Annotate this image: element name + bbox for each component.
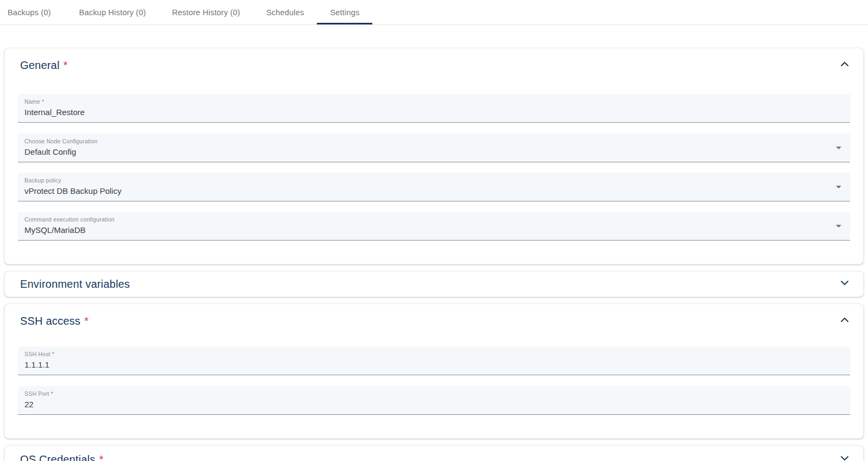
node-configuration-value: Default Config bbox=[24, 147, 827, 157]
command-execution-label: Command execution configuration bbox=[24, 216, 844, 223]
dropdown-arrow-icon[interactable] bbox=[836, 225, 841, 228]
section-ssh-access: SSH access* SSH Host * SSH Port * bbox=[4, 304, 864, 439]
ssh-port-input[interactable] bbox=[24, 399, 827, 410]
ssh-port-label: SSH Port * bbox=[24, 390, 844, 397]
tab-schedules[interactable]: Schedules bbox=[253, 0, 317, 24]
name-input[interactable] bbox=[24, 107, 827, 118]
section-environment-variables: Environment variables bbox=[4, 271, 864, 297]
section-environment-variables-header[interactable]: Environment variables bbox=[5, 271, 863, 296]
section-general-body: Name * Choose Node Configuration Default… bbox=[5, 82, 863, 264]
required-asterisk: * bbox=[99, 453, 103, 461]
section-ssh-access-header[interactable]: SSH access* bbox=[5, 304, 863, 338]
chevron-up-icon[interactable] bbox=[838, 313, 851, 329]
settings-page: Backups (0) Backup History (0) Restore H… bbox=[0, 0, 868, 461]
section-general-header[interactable]: General* bbox=[5, 48, 863, 82]
tab-bar: Backups (0) Backup History (0) Restore H… bbox=[0, 0, 868, 25]
settings-content: General* Name * Choose Node Configuratio… bbox=[0, 48, 868, 461]
required-asterisk: * bbox=[64, 59, 68, 71]
section-environment-variables-title-text: Environment variables bbox=[20, 278, 130, 290]
tab-backup-history[interactable]: Backup History (0) bbox=[66, 0, 159, 24]
section-os-credentials-header[interactable]: OS Credentials* bbox=[5, 446, 863, 461]
tab-backups[interactable]: Backups (0) bbox=[0, 0, 66, 24]
tab-settings[interactable]: Settings bbox=[317, 0, 372, 24]
section-ssh-access-body: SSH Host * SSH Port * bbox=[5, 338, 863, 438]
name-field-label: Name * bbox=[24, 98, 844, 105]
ssh-port-field[interactable]: SSH Port * bbox=[18, 386, 850, 415]
command-execution-select[interactable]: Command execution configuration MySQL/Ma… bbox=[18, 212, 850, 241]
section-ssh-access-title-text: SSH access bbox=[20, 315, 80, 327]
backup-policy-value: vProtect DB Backup Policy bbox=[24, 186, 827, 197]
section-general-title: General* bbox=[20, 59, 68, 72]
section-general: General* Name * Choose Node Configuratio… bbox=[4, 48, 864, 264]
section-ssh-access-title: SSH access* bbox=[20, 315, 89, 327]
chevron-up-icon[interactable] bbox=[838, 58, 851, 73]
dropdown-arrow-icon[interactable] bbox=[836, 147, 841, 149]
chevron-down-icon[interactable] bbox=[838, 452, 851, 461]
ssh-host-label: SSH Host * bbox=[24, 351, 844, 358]
backup-policy-label: Backup policy bbox=[24, 177, 844, 184]
name-field[interactable]: Name * bbox=[18, 94, 850, 123]
command-execution-value: MySQL/MariaDB bbox=[24, 225, 827, 236]
section-os-credentials: OS Credentials* bbox=[4, 445, 864, 461]
section-environment-variables-title: Environment variables bbox=[20, 278, 130, 291]
section-general-title-text: General bbox=[20, 59, 60, 71]
ssh-host-field[interactable]: SSH Host * bbox=[18, 346, 850, 375]
backup-policy-select[interactable]: Backup policy vProtect DB Backup Policy bbox=[18, 173, 850, 201]
node-configuration-label: Choose Node Configuration bbox=[24, 138, 844, 145]
required-asterisk: * bbox=[84, 315, 89, 327]
section-os-credentials-title: OS Credentials* bbox=[20, 453, 103, 461]
node-configuration-select[interactable]: Choose Node Configuration Default Config bbox=[18, 134, 850, 162]
section-os-credentials-title-text: OS Credentials bbox=[20, 453, 95, 461]
chevron-down-icon[interactable] bbox=[838, 276, 851, 292]
tab-restore-history[interactable]: Restore History (0) bbox=[159, 0, 253, 24]
ssh-host-input[interactable] bbox=[24, 359, 827, 370]
dropdown-arrow-icon[interactable] bbox=[836, 186, 841, 188]
